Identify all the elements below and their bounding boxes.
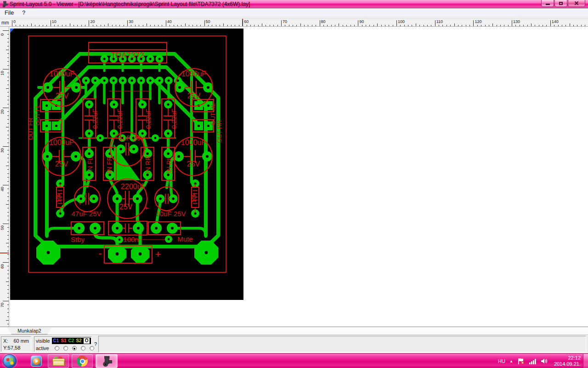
layer-radio-s1[interactable] <box>63 346 68 351</box>
ruler-tick <box>7 216 9 216</box>
title-bar[interactable]: Sprint-Layout 5.0 - Viewer - [D:\képek\H… <box>0 0 588 8</box>
ruler-tick <box>585 25 585 27</box>
taskbar-chrome-button[interactable] <box>72 354 93 368</box>
ruler-tick <box>6 282 9 282</box>
ruler-tick <box>462 25 462 27</box>
ruler-tick <box>7 289 9 290</box>
layer-chip-c2[interactable]: C2 <box>68 338 74 344</box>
ruler-label: 10 <box>0 69 5 77</box>
ruler-label: 10 <box>52 19 57 24</box>
ruler-tick <box>7 123 9 124</box>
ruler-tick <box>7 53 9 54</box>
ruler-tick <box>7 324 9 324</box>
silkscreen-label: 25V <box>56 92 69 100</box>
ruler-tick <box>450 25 451 27</box>
ruler-tick <box>7 173 9 174</box>
ruler-tick <box>535 25 535 27</box>
close-button[interactable] <box>568 0 585 7</box>
ruler-tick <box>581 25 582 27</box>
layer-help-link[interactable]: ? <box>94 341 97 347</box>
ruler-tick <box>46 25 47 27</box>
action-center-flag-icon[interactable] <box>517 358 525 365</box>
ruler-tick <box>7 316 9 317</box>
menu-help[interactable]: ? <box>18 9 29 17</box>
start-button[interactable] <box>3 354 17 368</box>
ruler-tick <box>7 181 9 182</box>
ruler-tick <box>546 25 547 27</box>
minimize-button[interactable] <box>541 0 554 7</box>
ruler-tick <box>139 25 139 27</box>
volume-icon[interactable] <box>541 358 548 364</box>
ruler-tick <box>466 25 466 27</box>
ruler-tick <box>554 25 554 27</box>
taskbar-media-player-button[interactable] <box>28 354 44 368</box>
ruler-tick <box>469 25 470 27</box>
sheet-tab[interactable]: Munkalap2 <box>7 328 51 334</box>
restore-button[interactable] <box>554 0 567 7</box>
ruler-tick <box>389 25 389 27</box>
taskbar-explorer-button[interactable] <box>48 354 69 368</box>
status-bar: X:60 mm Y:57,58 mm visible C1S1C2S2O act… <box>0 334 588 353</box>
silkscreen-label: 0,22uF <box>116 109 124 129</box>
show-hidden-icons-icon[interactable]: ▲ <box>509 359 513 363</box>
ruler-label: 140 <box>552 19 559 24</box>
ruler-tick <box>351 25 351 27</box>
ruler-label: 40 <box>0 185 5 193</box>
ruler-tick <box>7 189 9 189</box>
silkscreen-label: 10k <box>55 193 62 202</box>
silkscreen-label: TDA7372 <box>111 51 144 60</box>
network-signal-icon[interactable] <box>529 358 537 364</box>
ruler-tick <box>419 25 420 27</box>
ruler-tick <box>393 25 393 27</box>
ruler-tick <box>54 25 55 27</box>
ruler-tick <box>66 25 66 27</box>
mounting-pads <box>36 241 218 264</box>
ruler-label: 100 <box>398 19 405 24</box>
show-desktop-button[interactable] <box>583 354 588 368</box>
ruler-tick <box>7 297 9 298</box>
ruler-tick <box>316 25 316 27</box>
silkscreen-label: OUT RR <box>216 120 223 143</box>
layer-radio-c1[interactable] <box>55 346 59 351</box>
layer-chip-s2[interactable]: S2 <box>76 338 81 344</box>
ruler-tick <box>7 96 9 97</box>
ruler-label: 40 <box>167 19 172 24</box>
ruler-tick <box>231 25 232 27</box>
windows-logo-icon <box>6 357 14 366</box>
ruler-tick <box>277 25 278 27</box>
menu-file[interactable]: File <box>1 9 17 17</box>
layer-chip-o[interactable]: O <box>84 338 90 344</box>
ruler-tick <box>104 25 105 27</box>
menu-bar: File ? <box>0 9 588 17</box>
ruler-tick <box>7 46 9 46</box>
ruler-tick <box>93 25 93 27</box>
layer-chip-s1[interactable]: S1 <box>61 338 66 344</box>
ruler-label: 20 <box>0 108 5 115</box>
layer-radio-o[interactable] <box>90 346 94 351</box>
ruler-tick <box>254 25 254 27</box>
ruler-tick <box>70 23 70 26</box>
ruler-label: 90 <box>359 19 364 24</box>
ruler-tick <box>7 138 9 139</box>
layer-radio-s2[interactable] <box>81 346 85 351</box>
ruler-tick <box>485 25 486 27</box>
ruler-tick <box>6 243 9 243</box>
ruler-tick <box>7 208 9 208</box>
silkscreen-label: IN FR <box>106 156 113 173</box>
ruler-tick <box>358 20 358 26</box>
layer-radio-c2[interactable] <box>72 346 77 351</box>
layer-visibility-chips[interactable]: C1S1C2S2O <box>52 338 91 344</box>
taskbar-clock[interactable]: 22:12 2014.09.21. <box>554 355 581 367</box>
ruler-tick <box>7 104 9 104</box>
language-indicator[interactable]: HU <box>498 358 505 364</box>
ruler-tick <box>447 25 447 27</box>
x-value: 60 mm <box>13 338 29 345</box>
ruler-tick <box>31 23 32 26</box>
pcb-canvas[interactable]: TDA73721000uF25V1000uF25V1000uF25V1000uF… <box>10 29 243 300</box>
silkscreen-label: + <box>155 248 161 260</box>
silkscreen-label: IN RL <box>165 156 173 173</box>
ruler-tick <box>7 100 9 100</box>
taskbar-sprint-layout-button[interactable] <box>96 354 118 368</box>
layer-chip-c1[interactable]: C1 <box>53 338 59 344</box>
ruler-tick <box>7 235 9 236</box>
